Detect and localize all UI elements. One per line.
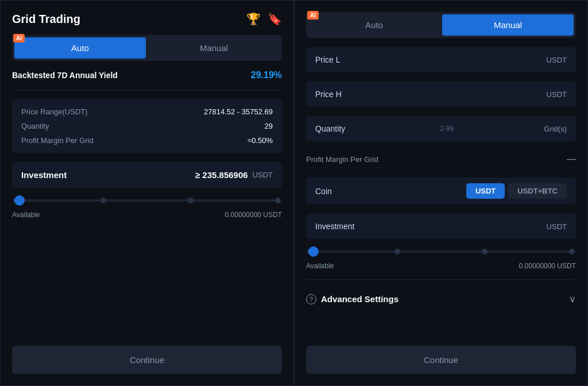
left-available-value: 0.00000000 USDT — [225, 211, 282, 219]
usdt-btc-button[interactable]: USDT+BTC — [508, 183, 567, 199]
advanced-label: Advanced Settings — [321, 294, 399, 304]
left-auto-button[interactable]: Auto — [14, 37, 146, 59]
right-slider-thumb[interactable] — [308, 246, 319, 257]
question-icon: ? — [306, 294, 316, 304]
price-l-currency: USDT — [547, 56, 567, 64]
price-l-row[interactable]: Price L USDT — [306, 47, 576, 72]
right-toggle-container: AI Auto Manual — [306, 12, 576, 38]
quantity-label-right: Quantity — [315, 124, 345, 133]
left-available-row: Available 0.00000000 USDT — [12, 211, 282, 219]
right-slider-dot-4 — [569, 249, 575, 254]
investment-box: Investment ≥ 235.856906 USDT — [12, 162, 282, 188]
quantity-unit: Grid(s) — [544, 125, 567, 133]
header-icons: 🏆 🔖 — [246, 12, 282, 26]
header: Grid Trading 🏆 🔖 — [12, 12, 282, 26]
price-range-row: Price Range(USDT) 27814.52 - 35752.69 — [21, 107, 273, 116]
trophy-icon[interactable]: 🏆 — [246, 12, 261, 26]
profit-margin-value: ≈0.50% — [247, 136, 273, 145]
quantity-row-right[interactable]: Quantity 2-99 Grid(s) — [306, 116, 576, 141]
price-h-currency: USDT — [547, 90, 567, 99]
right-available-value: 0.00000000 USDT — [519, 262, 576, 270]
coin-label: Coin — [315, 187, 332, 196]
right-investment-currency: USDT — [547, 222, 567, 231]
left-toggle-container: AI Auto Manual — [12, 35, 282, 61]
left-manual-button[interactable]: Manual — [148, 37, 280, 59]
slider-dot-4 — [275, 198, 281, 203]
profit-margin-row: Profit Margin Per Grid ≈0.50% — [21, 136, 273, 145]
slider-dot-3 — [188, 198, 194, 203]
right-slider-dot-2 — [394, 249, 400, 254]
quantity-value: 29 — [265, 122, 273, 130]
right-slider-dot-3 — [482, 249, 488, 254]
investment-amount: ≥ 235.856906 — [67, 170, 247, 180]
price-range-label: Price Range(USDT) — [21, 107, 88, 116]
right-manual-button[interactable]: Manual — [442, 14, 574, 36]
right-profit-margin-row: Profit Margin Per Grid — — [306, 150, 576, 168]
left-spacer — [12, 228, 282, 337]
right-continue-button[interactable]: Continue — [306, 346, 576, 374]
right-available-row: Available 0.00000000 USDT — [306, 262, 576, 270]
price-h-row[interactable]: Price H USDT — [306, 82, 576, 107]
page-title: Grid Trading — [12, 13, 80, 26]
right-ai-badge: AI — [307, 11, 319, 20]
advanced-left: ? Advanced Settings — [306, 294, 399, 304]
advanced-settings-row[interactable]: ? Advanced Settings ∨ — [306, 289, 576, 309]
left-slider-thumb[interactable] — [14, 195, 25, 206]
right-auto-button[interactable]: Auto — [308, 14, 440, 36]
right-slider-container[interactable] — [306, 248, 576, 253]
right-divider — [306, 279, 576, 280]
coin-toggle: USDT USDT+BTC — [466, 183, 567, 199]
right-slider-dots — [307, 249, 575, 254]
price-l-label: Price L — [315, 55, 341, 64]
right-profit-margin-label: Profit Margin Per Grid — [306, 155, 378, 164]
bookmark-icon[interactable]: 🔖 — [268, 12, 282, 26]
yield-row: Backtested 7D Annual Yield 29.19% — [12, 70, 282, 80]
right-investment-row[interactable]: Investment USDT — [306, 214, 576, 239]
quantity-label: Quantity — [21, 122, 49, 130]
price-h-label: Price H — [315, 90, 342, 99]
stats-box: Price Range(USDT) 27814.52 - 35752.69 Qu… — [12, 99, 282, 153]
left-ai-badge: AI — [13, 34, 25, 43]
divider-1 — [12, 90, 282, 90]
right-panel: AI Auto Manual Price L USDT Price H USDT… — [294, 0, 588, 386]
left-available-label: Available — [12, 211, 40, 219]
left-slider-container[interactable] — [12, 197, 282, 202]
right-profit-margin-value: — — [567, 154, 576, 164]
investment-label: Investment — [21, 170, 67, 180]
right-available-label: Available — [306, 262, 334, 270]
chevron-down-icon: ∨ — [569, 294, 576, 304]
left-slider-track[interactable] — [13, 199, 281, 202]
slider-dot-2 — [100, 198, 106, 203]
right-spacer — [306, 318, 576, 337]
left-continue-button[interactable]: Continue — [12, 346, 282, 374]
yield-label: Backtested 7D Annual Yield — [12, 71, 118, 80]
price-range-value: 27814.52 - 35752.69 — [204, 107, 273, 116]
right-investment-label: Investment — [315, 222, 354, 231]
investment-currency: USDT — [253, 171, 273, 179]
profit-margin-label: Profit Margin Per Grid — [21, 136, 94, 145]
right-slider-track[interactable] — [307, 250, 575, 253]
left-panel: Grid Trading 🏆 🔖 AI Auto Manual Backtest… — [0, 0, 294, 386]
yield-value: 29.19% — [251, 70, 282, 80]
quantity-row: Quantity 29 — [21, 122, 273, 130]
slider-dots — [13, 198, 281, 203]
coin-row: Coin USDT USDT+BTC — [306, 177, 576, 204]
quantity-range: 2-99 — [440, 125, 454, 133]
usdt-button[interactable]: USDT — [466, 183, 505, 199]
